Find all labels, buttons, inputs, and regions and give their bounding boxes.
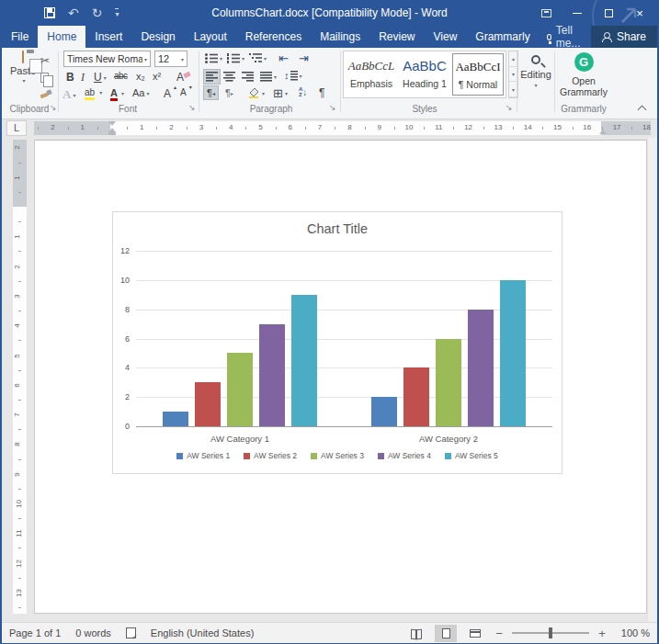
horizontal-ruler[interactable]: 12123456789101112131415161718: [34, 121, 651, 135]
ribbon-display-options-button[interactable]: [530, 0, 562, 26]
zoom-slider-handle[interactable]: [549, 627, 552, 638]
bar-aw-series-1-cat2[interactable]: [371, 397, 397, 426]
font-name-combo[interactable]: Times New Roman ▾: [63, 51, 151, 67]
shrink-font-button[interactable]: A▾: [180, 87, 187, 97]
tab-view[interactable]: View: [425, 26, 467, 48]
vertical-ruler[interactable]: 1212345678910111213: [13, 140, 27, 614]
clipboard-dialog-launcher[interactable]: ↘: [50, 103, 57, 112]
font-color-button[interactable]: A▾: [110, 87, 124, 98]
cut-button[interactable]: ✂: [40, 52, 55, 69]
copy-button[interactable]: [40, 69, 55, 85]
borders-button[interactable]: ⊞▾: [273, 86, 288, 100]
left-indent-marker[interactable]: [108, 132, 116, 135]
chart-title[interactable]: Chart Title: [113, 221, 562, 236]
legend-item-aw-series-3[interactable]: AW Series 3: [311, 451, 364, 460]
share-button[interactable]: Share: [591, 26, 657, 48]
bar-aw-series-3-cat2[interactable]: [436, 339, 461, 427]
save-icon[interactable]: [44, 7, 55, 18]
zoom-slider-track[interactable]: [512, 632, 589, 634]
tab-insert[interactable]: Insert: [85, 26, 131, 48]
legend-item-aw-series-4[interactable]: AW Series 4: [378, 451, 431, 460]
paragraph-dialog-launcher[interactable]: ↘: [329, 103, 336, 112]
bar-aw-series-1-cat1[interactable]: [163, 412, 188, 426]
ltr-direction-button[interactable]: ¶◂: [204, 86, 218, 99]
proofing-status-icon[interactable]: [126, 627, 136, 638]
numbering-button[interactable]: ▾: [227, 53, 244, 63]
style-card-heading-1[interactable]: AaBbCHeading 1: [399, 53, 450, 96]
page-count-label[interactable]: Page 1 of 1: [9, 627, 61, 638]
align-center-button[interactable]: [223, 72, 235, 82]
bar-aw-series-5-cat1[interactable]: [291, 295, 317, 426]
redo-icon[interactable]: ↻: [92, 0, 103, 26]
legend-item-aw-series-1[interactable]: AW Series 1: [176, 451, 230, 460]
show-formatting-marks-button[interactable]: ¶: [319, 86, 324, 99]
minimize-button[interactable]: [562, 0, 593, 26]
grow-font-button[interactable]: A▴: [164, 87, 171, 100]
legend-item-aw-series-2[interactable]: AW Series 2: [244, 451, 297, 460]
close-button[interactable]: ×: [624, 0, 655, 26]
maximize-button[interactable]: [593, 0, 624, 26]
editing-button[interactable]: Editing ▾: [518, 51, 553, 88]
chart-frame[interactable]: Chart Title 024681012AW Category 1AW Cat…: [112, 211, 562, 474]
align-left-button[interactable]: [204, 70, 220, 84]
undo-icon[interactable]: ↶: [68, 0, 79, 26]
tab-stop-selector[interactable]: L: [6, 120, 27, 136]
bar-aw-series-4-cat2[interactable]: [468, 310, 494, 426]
strikethrough-button[interactable]: abc: [114, 71, 128, 81]
bold-button[interactable]: B: [66, 71, 74, 84]
underline-button[interactable]: U▾: [94, 71, 107, 84]
clear-formatting-button[interactable]: A: [176, 71, 184, 84]
decrease-indent-button[interactable]: ⇤: [278, 51, 289, 65]
zoom-in-button[interactable]: +: [597, 627, 608, 640]
tab-design[interactable]: Design: [131, 26, 184, 48]
open-grammarly-button[interactable]: G Open Grammarly: [557, 51, 610, 97]
text-effects-button[interactable]: A▾: [62, 87, 75, 102]
first-line-indent-marker[interactable]: [108, 121, 116, 126]
increase-indent-button[interactable]: ⇥: [299, 51, 309, 65]
subscript-button[interactable]: x₂: [136, 71, 145, 82]
language-label[interactable]: English (United States): [151, 627, 255, 638]
align-right-button[interactable]: [242, 72, 254, 82]
collapse-ribbon-icon[interactable]: [639, 105, 646, 112]
tab-layout[interactable]: Layout: [185, 26, 236, 48]
styles-dialog-launcher[interactable]: ↘: [506, 103, 513, 112]
tab-review[interactable]: Review: [369, 26, 424, 48]
bar-aw-series-4-cat1[interactable]: [259, 324, 285, 426]
paste-button[interactable]: Paste ▾: [8, 51, 38, 101]
tab-file[interactable]: File: [2, 26, 38, 48]
bullets-button[interactable]: ▾: [205, 53, 222, 63]
sort-button[interactable]: AZ ↓: [299, 86, 307, 97]
line-spacing-button[interactable]: ↕ ▾: [284, 70, 302, 81]
italic-button[interactable]: I: [81, 71, 85, 85]
bar-aw-series-2-cat2[interactable]: [403, 367, 429, 426]
highlight-color-button[interactable]: ab▾: [85, 87, 102, 97]
right-indent-marker[interactable]: [599, 130, 607, 134]
tab-grammarly[interactable]: Grammarly: [466, 26, 539, 48]
bar-aw-series-3-cat1[interactable]: [227, 353, 253, 426]
zoom-out-button[interactable]: −: [494, 627, 505, 640]
bar-aw-series-2-cat1[interactable]: [195, 382, 221, 426]
rtl-direction-button[interactable]: ¶▸: [225, 87, 233, 98]
font-size-combo[interactable]: 12 ▾: [154, 51, 187, 67]
tab-references[interactable]: References: [236, 26, 311, 48]
document-page[interactable]: Chart Title 024681012AW Category 1AW Cat…: [34, 140, 647, 614]
web-layout-button[interactable]: [464, 625, 486, 642]
print-layout-button[interactable]: [435, 625, 457, 642]
shading-button[interactable]: ▾: [247, 87, 265, 98]
bar-aw-series-5-cat2[interactable]: [500, 280, 526, 426]
style-card-emphasis[interactable]: AaBbCcLEmphasis: [346, 53, 397, 96]
style-card--normal[interactable]: AaBbCcI¶ Normal: [452, 53, 504, 96]
format-painter-button[interactable]: [40, 85, 55, 102]
font-dialog-launcher[interactable]: ↘: [188, 103, 196, 112]
word-count-label[interactable]: 0 words: [75, 627, 111, 638]
tab-mailings[interactable]: Mailings: [311, 26, 369, 48]
superscript-button[interactable]: x²: [153, 71, 161, 82]
read-mode-button[interactable]: [405, 625, 427, 642]
multilevel-list-button[interactable]: ▾: [249, 53, 267, 63]
justify-button[interactable]: ▾: [260, 72, 277, 82]
tab-home[interactable]: Home: [38, 26, 85, 48]
zoom-level-label[interactable]: 100 %: [615, 627, 650, 638]
tell-me-box[interactable]: Tell me...: [540, 26, 591, 48]
vertical-scrollbar[interactable]: [647, 138, 657, 623]
change-case-button[interactable]: Aa▾: [132, 87, 149, 98]
